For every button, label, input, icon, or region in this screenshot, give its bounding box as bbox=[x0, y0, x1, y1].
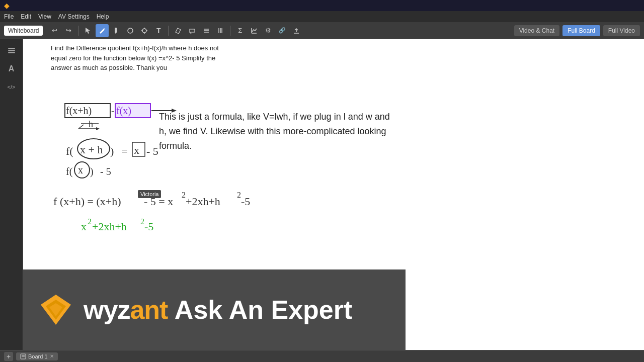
svg-marker-2 bbox=[115, 33, 117, 34]
undo-button[interactable]: ↩ bbox=[48, 24, 61, 37]
svg-text:x: x bbox=[81, 220, 87, 233]
bottom-overlay: wyzant Ask An Expert bbox=[23, 269, 406, 350]
svg-point-3 bbox=[128, 28, 133, 33]
add-board-button[interactable]: + bbox=[4, 352, 13, 361]
align-v-tool[interactable] bbox=[214, 24, 227, 37]
svg-text:f(: f( bbox=[66, 145, 73, 157]
board-tab-1[interactable]: Board 1 ✕ bbox=[16, 352, 58, 360]
svg-rect-10 bbox=[190, 29, 195, 32]
svg-text:(x+h) = (x+h): (x+h) = (x+h) bbox=[60, 195, 121, 208]
sidebar-code[interactable]: </> bbox=[4, 79, 19, 95]
close-tab-button[interactable]: ✕ bbox=[50, 353, 54, 359]
svg-text:- 5: - 5 bbox=[146, 145, 158, 157]
menu-file[interactable]: File bbox=[4, 13, 14, 20]
question-text: Find the Difference quotient f(x+h)-f(x)… bbox=[51, 43, 231, 73]
separator-2 bbox=[168, 26, 169, 36]
svg-marker-0 bbox=[86, 28, 90, 34]
victoria-tooltip: Victoria bbox=[138, 190, 161, 198]
wyzant-brand: wyzant Ask An Expert bbox=[84, 295, 352, 325]
upload-tool[interactable] bbox=[290, 24, 303, 37]
marker-tool[interactable] bbox=[110, 24, 123, 37]
menu-view[interactable]: View bbox=[38, 13, 51, 20]
menu-edit[interactable]: Edit bbox=[21, 13, 31, 20]
svg-text:+2xh+h: +2xh+h bbox=[186, 195, 220, 208]
svg-text:2: 2 bbox=[182, 191, 186, 199]
svg-text:x: x bbox=[78, 164, 83, 175]
svg-text:f(x): f(x) bbox=[116, 105, 131, 117]
svg-point-4 bbox=[142, 29, 146, 33]
select-tool[interactable] bbox=[138, 24, 151, 37]
sidebar-layers[interactable] bbox=[4, 43, 19, 58]
wyzant-diamond-logo bbox=[38, 292, 73, 327]
svg-text:x: x bbox=[134, 144, 139, 156]
video-chat-button[interactable]: Video & Chat bbox=[514, 25, 560, 36]
svg-text:=: = bbox=[121, 145, 127, 157]
wyzant-text: wyzant bbox=[84, 295, 175, 324]
bottom-tab-bar: + Board 1 ✕ bbox=[0, 350, 644, 362]
svg-rect-24 bbox=[8, 52, 15, 53]
svg-marker-32 bbox=[172, 109, 177, 113]
svg-text:-5: -5 bbox=[144, 220, 153, 233]
board-icon bbox=[20, 353, 26, 359]
settings-tool[interactable]: ⚙ bbox=[262, 24, 275, 37]
svg-text:f(: f( bbox=[66, 166, 73, 177]
svg-text:-: - bbox=[111, 105, 115, 116]
svg-text:f(x+h): f(x+h) bbox=[66, 105, 92, 117]
toolbar: Whiteboard ↩ ↪ T Σ ⚙ 🔗 Video & Chat Fu bbox=[0, 22, 644, 39]
pen-tool[interactable] bbox=[96, 24, 109, 37]
svg-text:x + h: x + h bbox=[80, 143, 103, 156]
svg-text:f: f bbox=[53, 195, 57, 208]
sigma-tool[interactable]: Σ bbox=[233, 24, 247, 37]
svg-marker-9 bbox=[176, 28, 181, 34]
link-tool[interactable]: 🔗 bbox=[276, 24, 289, 37]
svg-text:2: 2 bbox=[88, 217, 92, 226]
whiteboard-label: Whiteboard bbox=[4, 26, 43, 36]
svg-line-35 bbox=[78, 125, 84, 129]
left-sidebar: A </> bbox=[0, 39, 23, 350]
svg-text:h: h bbox=[89, 119, 93, 129]
whiteboard-canvas[interactable]: Find the Difference quotient f(x+h)-f(x)… bbox=[23, 39, 644, 350]
main-area: A </> Find the Difference quotient f(x+h… bbox=[0, 39, 644, 350]
highlight-tool[interactable] bbox=[186, 24, 199, 37]
svg-rect-22 bbox=[8, 48, 15, 49]
ask-expert-text: Ask An Expert bbox=[175, 295, 353, 324]
align-h-tool[interactable] bbox=[200, 24, 213, 37]
separator-1 bbox=[78, 26, 78, 36]
whiteboard-content: Find the Difference quotient f(x+h)-f(x)… bbox=[23, 39, 644, 350]
pointer-tool[interactable] bbox=[82, 24, 95, 37]
text-tool[interactable]: T bbox=[152, 24, 165, 37]
svg-text:-5: -5 bbox=[241, 195, 250, 208]
circle-tool[interactable] bbox=[124, 24, 137, 37]
svg-text:2: 2 bbox=[237, 191, 241, 199]
svg-rect-1 bbox=[115, 28, 117, 33]
eraser-tool[interactable] bbox=[172, 24, 185, 37]
menu-av-settings[interactable]: AV Settings bbox=[58, 13, 90, 20]
svg-rect-23 bbox=[8, 50, 15, 51]
svg-text:2: 2 bbox=[140, 217, 144, 226]
svg-marker-37 bbox=[96, 127, 100, 130]
graph-tool[interactable] bbox=[248, 24, 261, 37]
title-bar: ◆ bbox=[0, 0, 644, 11]
full-board-button[interactable]: Full Board bbox=[562, 25, 600, 36]
svg-text:): ) bbox=[110, 145, 114, 157]
svg-text:): ) bbox=[90, 166, 94, 177]
view-buttons: Video & Chat Full Board Full Video bbox=[514, 25, 640, 36]
app-icon: ◆ bbox=[4, 2, 10, 10]
menu-help[interactable]: Help bbox=[97, 13, 109, 20]
sidebar-text-a[interactable]: A bbox=[4, 61, 19, 76]
svg-text:+2xh+h: +2xh+h bbox=[92, 220, 127, 233]
separator-3 bbox=[230, 26, 230, 36]
math-drawing: f(x+h) - f(x) h f( x + h bbox=[51, 69, 443, 270]
board-tab-label: Board 1 bbox=[28, 353, 48, 359]
redo-button[interactable]: ↪ bbox=[62, 24, 75, 37]
full-video-button[interactable]: Full Video bbox=[603, 25, 640, 36]
menu-bar: File Edit View AV Settings Help bbox=[0, 11, 644, 22]
svg-text:- 5: - 5 bbox=[100, 166, 111, 177]
